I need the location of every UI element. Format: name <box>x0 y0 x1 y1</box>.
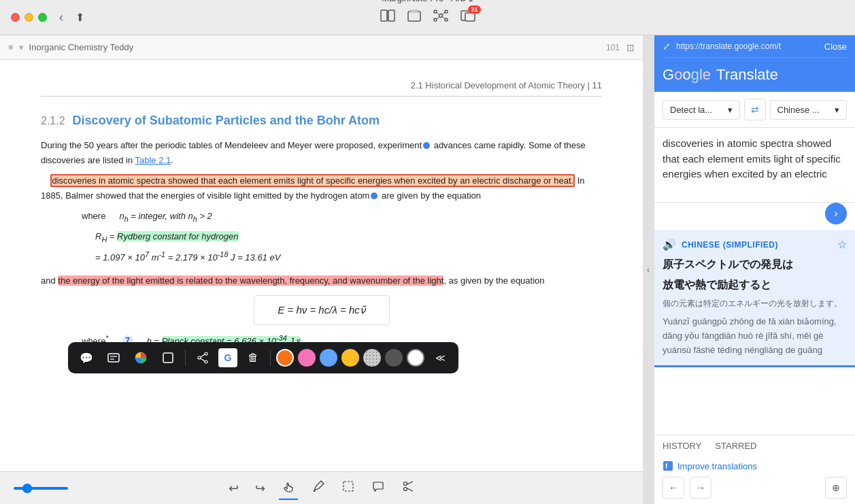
cards-icon-button[interactable] <box>407 10 421 25</box>
svg-line-12 <box>437 17 439 19</box>
svg-point-9 <box>445 18 448 21</box>
translate-arrow-button[interactable]: › <box>825 203 847 224</box>
svg-point-28 <box>403 488 407 491</box>
sidebar-toggle-icon[interactable]: ≡ <box>8 42 14 52</box>
fullscreen-window-button[interactable] <box>38 13 47 22</box>
scissors-tool-button[interactable] <box>399 476 418 500</box>
source-lang-chevron: ▾ <box>728 105 733 115</box>
translate-header: ⤢ https://translate.google.com/t Close G… <box>654 35 855 92</box>
translate-panel: ⤢ https://translate.google.com/t Close G… <box>654 35 855 504</box>
table-link[interactable]: Table 2.1 <box>135 155 171 165</box>
back-ann-button[interactable]: ≪ <box>429 346 452 369</box>
formula-rh-value: = 1.097 × 107 m-1 = 2.179 × 10-18 J = 13… <box>95 248 602 265</box>
expand-icon[interactable]: ⤢ <box>663 41 671 52</box>
eraser-ann-button[interactable] <box>156 346 180 369</box>
ann-divider-2 <box>270 350 271 366</box>
book-icon-button[interactable] <box>380 10 395 25</box>
romanization-text: Yuánzǐ guāngpǔ zhōng de fā xiàn biǎomíng… <box>663 315 847 357</box>
highlight-selection: discoveries in atomic spectra showed tha… <box>50 174 575 187</box>
color-pink[interactable] <box>298 349 316 367</box>
side-panel-toggle[interactable]: ‹ <box>643 35 654 504</box>
close-window-button[interactable] <box>11 13 20 22</box>
ann-divider-1 <box>185 350 186 366</box>
svg-line-13 <box>442 17 445 19</box>
star-button[interactable]: ☆ <box>837 238 847 251</box>
mindmap-icon-button[interactable] <box>433 10 448 25</box>
share-ann-button[interactable] <box>191 346 214 369</box>
google-logo-text: Google <box>663 66 711 84</box>
doc-toolbar: ≡ ▾ Inorganic Chemistry Teddy 101 ⊡ <box>0 35 643 60</box>
color-gray-dots[interactable] <box>363 349 381 367</box>
redo-button[interactable]: ↪ <box>252 476 268 500</box>
color-wheel-ann-button[interactable] <box>129 346 152 369</box>
annotation-bubble-button[interactable] <box>369 476 388 500</box>
minimize-window-button[interactable] <box>24 13 33 22</box>
select-tool-button[interactable] <box>339 476 358 500</box>
improve-row[interactable]: f Improve translations <box>663 460 847 471</box>
traffic-lights <box>11 13 47 22</box>
result-text-line2: 放電や熱で励起すると <box>663 277 847 293</box>
color-yellow[interactable] <box>341 349 359 367</box>
comment-ann-button[interactable]: 💬 <box>75 346 98 369</box>
color-dark[interactable] <box>385 349 403 367</box>
crop-icon[interactable]: ⊡ <box>626 42 635 53</box>
source-text: discoveries in atomic spectra showed tha… <box>663 136 847 182</box>
translation-result: 🔊 CHINESE (SIMPLIFIED) ☆ 原子スペクトルでの発見は 放電… <box>654 230 855 367</box>
svg-rect-4 <box>410 10 418 12</box>
back-button[interactable]: ‹ <box>55 7 67 27</box>
doc-title: Inorganic Chemistry Teddy <box>29 42 134 52</box>
source-lang-label: Detect la... <box>670 105 712 115</box>
lang-swap-button[interactable]: ⇄ <box>744 99 766 120</box>
svg-point-27 <box>403 482 407 486</box>
paragraph-1: During the 50 years after the periodic t… <box>41 138 602 168</box>
share-button[interactable]: ⬆ <box>76 11 84 24</box>
g2-letter: g <box>691 66 699 83</box>
translate-arrow-area: › <box>654 203 855 230</box>
close-translate-button[interactable]: Close <box>824 41 847 52</box>
svg-point-8 <box>434 18 437 21</box>
starred-tab[interactable]: STARRED <box>715 441 756 455</box>
section-number: 2.1.2 <box>41 115 65 127</box>
paragraph-2: and the energy of the light emitted is r… <box>41 273 602 288</box>
formula-rh-line: RH = Rydberg constant for hydrogen <box>95 229 602 246</box>
doc-content: 2.1 Historical Development of Atomic The… <box>0 60 643 471</box>
svg-rect-3 <box>408 12 420 21</box>
result-lang-bar: 🔊 CHINESE (SIMPLIFIED) ☆ <box>663 238 847 251</box>
card-ann-button[interactable] <box>102 346 125 369</box>
google-search-ann-button[interactable]: G <box>218 348 237 367</box>
color-blue[interactable] <box>320 349 337 367</box>
notification-badge: 31 <box>468 5 480 14</box>
svg-rect-0 <box>381 10 387 21</box>
svg-line-29 <box>407 482 413 484</box>
source-text-area: discoveries in atomic spectra showed tha… <box>654 128 855 203</box>
translate-spacer <box>654 367 855 435</box>
annotation-dot-1 <box>423 142 430 149</box>
nav-prev-button[interactable]: ← <box>663 477 684 499</box>
hand-tool-button[interactable] <box>279 476 298 500</box>
color-white[interactable] <box>407 349 424 367</box>
lang-selector: Detect la... ▾ ⇄ Chinese ... ▾ <box>654 92 855 128</box>
bottom-left <box>14 487 68 490</box>
svg-rect-16 <box>108 354 119 362</box>
audio-button[interactable]: 🔊 <box>663 238 676 251</box>
main-container: ≡ ▾ Inorganic Chemistry Teddy 101 ⊡ 2.1 … <box>0 35 855 504</box>
zoom-slider[interactable] <box>14 487 68 490</box>
pen-tool-button[interactable] <box>309 476 328 500</box>
annotation-dot-2 <box>371 192 378 199</box>
window-icon-button[interactable]: 31 <box>460 10 475 25</box>
history-tab[interactable]: HISTORY <box>663 441 701 455</box>
svg-line-25 <box>201 358 205 361</box>
improve-label: Improve translations <box>677 461 757 471</box>
undo-button[interactable]: ↩ <box>226 476 241 500</box>
compass-button[interactable]: ⊕ <box>825 477 847 499</box>
target-lang-dropdown[interactable]: Chinese ... ▾ <box>770 100 848 120</box>
source-lang-dropdown[interactable]: Detect la... ▾ <box>663 100 740 120</box>
svg-point-23 <box>198 356 201 359</box>
color-orange[interactable] <box>276 349 294 367</box>
nav-next-button[interactable]: → <box>690 477 711 499</box>
delete-ann-button[interactable]: 🗑 <box>241 346 265 369</box>
translate-url-bar: ⤢ https://translate.google.com/t Close <box>663 35 847 58</box>
page-header: 2.1 Historical Development of Atomic The… <box>41 80 602 97</box>
section-title: 2.1.2 Discovery of Subatomic Particles a… <box>41 110 602 131</box>
doc-toolbar-left: ≡ ▾ Inorganic Chemistry Teddy <box>8 42 133 52</box>
